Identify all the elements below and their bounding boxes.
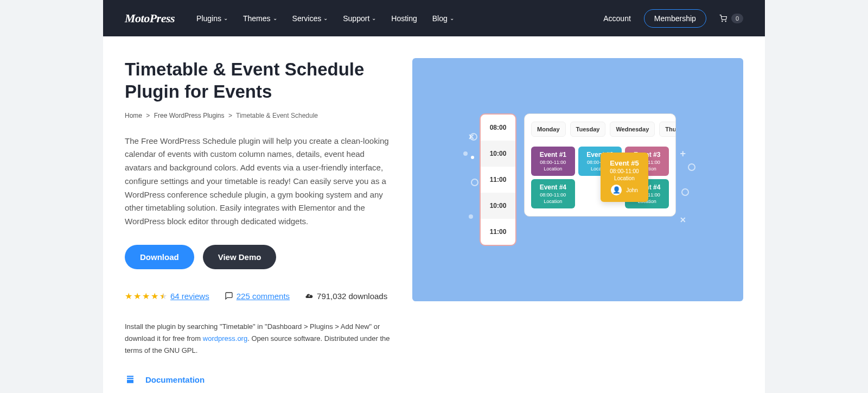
time-cell: 11:00 [481, 167, 515, 193]
event-popup[interactable]: Event #5 08:00-11:00 Location 👤John [601, 153, 648, 202]
documentation-link[interactable]: Documentation [125, 374, 391, 385]
deco-icon [471, 179, 478, 186]
nav-blog[interactable]: Blog⌄ [432, 14, 454, 23]
event-card[interactable]: Event #108:00-11:00Location [531, 147, 575, 176]
chevron-down-icon: ⌄ [450, 15, 454, 21]
deco-icon [471, 156, 474, 159]
nav-plugins[interactable]: Plugins⌄ [196, 14, 228, 23]
plus-icon: + [680, 148, 686, 160]
membership-button[interactable]: Membership [644, 9, 706, 28]
download-icon [305, 291, 314, 300]
time-cell: 08:00 [481, 115, 515, 141]
breadcrumb-current: Timetable & Event Schedule [236, 112, 318, 119]
day-tab[interactable]: Tuesday [570, 122, 606, 137]
day-tab[interactable]: Thursd [659, 122, 676, 137]
time-cell: 11:00 [481, 219, 515, 245]
install-note: Install the plugin by searching "Timetab… [125, 321, 391, 357]
chevron-down-icon: ⌄ [273, 15, 277, 21]
wordpress-org-link[interactable]: wordpress.org [203, 334, 247, 343]
time-cell: 10:00 [481, 141, 515, 167]
deco-icon [688, 163, 695, 171]
breadcrumb-category[interactable]: Free WordPress Plugins [154, 112, 225, 119]
chevron-down-icon: ⌄ [372, 15, 376, 21]
deco-icon [469, 214, 473, 219]
site-header: MotoPress Plugins⌄ Themes⌄ Services⌄ Sup… [103, 0, 765, 36]
nav-hosting[interactable]: Hosting [391, 14, 417, 23]
event-card[interactable]: Event #408:00-11:00Location [531, 179, 575, 208]
reviews-link[interactable]: 64 reviews [170, 291, 209, 301]
chevron-down-icon: ⌄ [224, 15, 228, 21]
svg-point-0 [722, 21, 723, 21]
time-column: 08:00 10:00 11:00 10:00 11:00 [480, 113, 516, 246]
breadcrumb-home[interactable]: Home [125, 112, 142, 119]
deco-icon [681, 188, 689, 196]
nav-themes[interactable]: Themes⌄ [243, 14, 277, 23]
logo[interactable]: MotoPress [125, 11, 175, 26]
svg-rect-4 [127, 380, 133, 383]
time-cell: 10:00 [481, 193, 515, 219]
account-link[interactable]: Account [603, 14, 631, 23]
cart-count: 0 [731, 14, 743, 23]
avatar-icon: 👤 [611, 185, 622, 195]
star-rating: ★★★★★ [125, 291, 167, 301]
page-title: Timetable & Event Schedule Plugin for Ev… [125, 58, 391, 103]
comments-icon [225, 291, 233, 300]
description: The Free WordPress Schedule plugin will … [125, 135, 391, 229]
day-tab[interactable]: Wednesday [610, 122, 655, 137]
download-button[interactable]: Download [125, 245, 194, 269]
hero-preview: + ✕ ✕ 08:00 10:00 11:00 10:00 11:00 Mond… [412, 58, 743, 301]
cart-button[interactable]: 0 [719, 14, 743, 23]
downloads-count: 791,032 downloads [317, 291, 387, 301]
nav-services[interactable]: Services⌄ [292, 14, 328, 23]
chevron-down-icon: ⌄ [323, 15, 328, 21]
nav-support[interactable]: Support⌄ [343, 14, 376, 23]
day-tab[interactable]: Monday [531, 122, 566, 137]
view-demo-button[interactable]: View Demo [203, 245, 277, 269]
docs-icon [125, 374, 136, 385]
main-nav: Plugins⌄ Themes⌄ Services⌄ Support⌄ Host… [196, 14, 603, 23]
breadcrumb: Home > Free WordPress Plugins > Timetabl… [125, 112, 391, 119]
account-area: Account Membership 0 [603, 9, 743, 28]
svg-rect-2 [127, 376, 133, 377]
deco-icon [463, 151, 468, 156]
comments-link[interactable]: 225 comments [237, 291, 290, 301]
svg-rect-3 [127, 378, 133, 379]
x-icon: ✕ [680, 215, 686, 224]
x-icon: ✕ [468, 132, 475, 141]
schedule-panel: Monday Tuesday Wednesday Thursd Event #1… [524, 113, 676, 217]
stats-row: ★★★★★ 64 reviews 225 comments 791,032 do… [125, 291, 391, 301]
svg-point-1 [725, 21, 726, 21]
cart-icon [719, 15, 727, 22]
